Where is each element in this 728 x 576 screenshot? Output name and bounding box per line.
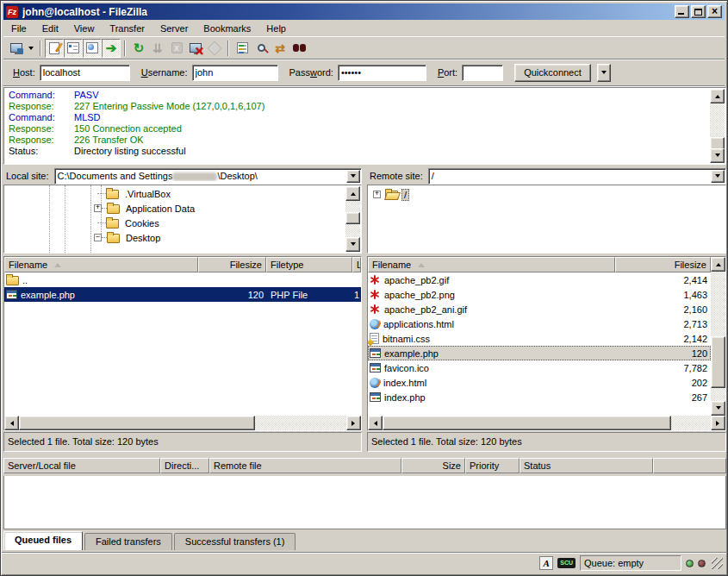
file-row[interactable]: apache_pb2.gif2,414 [368, 272, 711, 287]
tree-item-virtualbox[interactable]: .VirtualBox [97, 186, 173, 201]
synchronized-browsing-button[interactable]: ⇄ [271, 39, 289, 58]
remote-list-vscrollbar[interactable] [711, 257, 725, 416]
file-row-parent-dir[interactable]: .. [4, 272, 361, 287]
column-filetype[interactable]: Filetype [266, 257, 352, 272]
local-tree-scrollbar[interactable] [345, 186, 360, 252]
directory-comparison-button[interactable] [252, 39, 271, 58]
maximize-button[interactable] [691, 5, 706, 18]
file-row-example-php[interactable]: example.php120 [368, 346, 711, 360]
file-row[interactable]: apache_pb2_ani.gif2,160 [368, 302, 711, 316]
local-site-bar: Local site: C:\Documents and Settings\De… [3, 167, 362, 185]
reconnect-button[interactable] [205, 39, 224, 58]
file-row[interactable]: favicon.ico7,782 [368, 360, 711, 375]
file-row[interactable]: apache_pb2.png1,463 [368, 287, 711, 302]
find-files-button[interactable] [289, 39, 308, 58]
menu-view[interactable]: View [66, 21, 103, 36]
log-scrollbar[interactable] [710, 89, 725, 163]
close-button[interactable]: × [707, 5, 722, 18]
column-server-local-file[interactable]: Server/Local file [3, 458, 160, 473]
filter-icon [237, 42, 248, 53]
tree-item-label: Application Data [123, 203, 197, 215]
refresh-button[interactable]: ↻ [129, 39, 148, 58]
scroll-down-icon [351, 242, 356, 248]
menu-transfer[interactable]: Transfer [102, 21, 152, 36]
directory-filters-button[interactable] [233, 39, 252, 58]
tree-item-desktop[interactable]: − Desktop [94, 230, 163, 245]
expand-plus-icon[interactable]: + [373, 191, 381, 198]
file-row-example-php[interactable]: example.php 120 PHP File 1 [4, 287, 361, 302]
scrollbar-thumb[interactable] [711, 336, 725, 388]
collapse-minus-icon[interactable]: − [94, 234, 102, 241]
tree-item-cookies[interactable]: Cookies [97, 216, 162, 230]
tree-connector [97, 222, 106, 223]
file-row[interactable]: applications.html2,713 [368, 316, 711, 331]
menu-bookmarks[interactable]: Bookmarks [196, 21, 258, 36]
column-filename[interactable]: Filename [368, 257, 615, 272]
column-status[interactable]: Status [520, 458, 653, 473]
file-size: 2,160 [629, 304, 711, 315]
column-direction[interactable]: Directi... [160, 458, 209, 473]
file-row[interactable]: bitnami.css2,142 [368, 331, 711, 346]
toolbar-separator [227, 41, 229, 56]
port-input[interactable] [462, 65, 503, 81]
file-row[interactable]: index.php267 [368, 390, 711, 404]
scrollbar-thumb[interactable] [383, 416, 671, 430]
log-type: Response: [9, 123, 74, 135]
file-row[interactable]: index.html202 [368, 375, 711, 390]
local-list-hscrollbar[interactable] [4, 416, 361, 430]
toggle-local-tree-button[interactable] [64, 39, 83, 58]
ascii-datatype-icon[interactable]: A [539, 556, 553, 570]
tab-failed-transfers[interactable]: Failed transfers [84, 533, 172, 550]
remote-site-label: Remote site: [367, 171, 428, 181]
disconnect-button[interactable]: ✕ [186, 39, 205, 58]
local-site-dropdown[interactable] [346, 170, 360, 183]
column-filename[interactable]: Filename [4, 257, 198, 272]
password-input[interactable] [338, 65, 426, 81]
username-input[interactable] [192, 65, 278, 81]
tree-item-label: / [401, 189, 409, 201]
cancel-operation-button[interactable]: x [167, 39, 186, 58]
menu-edit[interactable]: Edit [34, 21, 66, 36]
local-status-line: Selected 1 file. Total size: 120 bytes [3, 432, 362, 452]
tab-queued-files[interactable]: Queued files [3, 531, 83, 550]
speed-limit-icon[interactable]: SCU [557, 558, 576, 568]
quickconnect-dropdown[interactable] [597, 64, 611, 82]
local-site-combo[interactable]: C:\Documents and Settings\Desktop\ [54, 168, 362, 185]
column-priority[interactable]: Priority [465, 458, 520, 473]
local-directory-tree: .VirtualBox + Application Data Cookies −… [3, 185, 362, 254]
tree-item-root[interactable]: + / [373, 187, 409, 202]
folder-icon [107, 234, 120, 243]
column-size[interactable]: Size [401, 458, 465, 473]
menu-file[interactable]: File [3, 21, 34, 36]
username-label: Username: [141, 67, 188, 78]
file-size: 267 [629, 392, 711, 403]
remote-site-dropdown[interactable] [711, 170, 725, 183]
scrollbar-thumb[interactable] [19, 416, 255, 430]
scroll-left-icon [371, 421, 377, 426]
scrollbar-thumb[interactable] [345, 212, 360, 224]
column-filesize[interactable]: Filesize [615, 257, 711, 272]
file-name: bitnami.css [383, 334, 629, 344]
remote-site-combo[interactable]: / [428, 168, 726, 185]
toggle-transfer-queue-button[interactable]: ➔ [102, 39, 121, 58]
process-queue-button[interactable]: ⇊ [148, 39, 167, 58]
tab-successful-transfers[interactable]: Successful transfers (1) [174, 533, 296, 550]
quickconnect-button[interactable]: Quickconnect [514, 64, 591, 82]
tree-item-application-data[interactable]: + Application Data [94, 201, 197, 216]
toggle-remote-tree-button[interactable] [83, 39, 102, 58]
menu-help[interactable]: Help [258, 21, 294, 36]
toggle-message-log-button[interactable] [45, 39, 64, 58]
column-last-modified[interactable]: L [352, 257, 361, 272]
file-size: 7,782 [629, 363, 711, 373]
site-manager-button[interactable] [7, 39, 26, 58]
column-filesize[interactable]: Filesize [198, 257, 266, 272]
host-input[interactable] [40, 65, 130, 81]
column-remote-file[interactable]: Remote file [209, 458, 401, 473]
minimize-button[interactable] [675, 5, 689, 18]
remote-list-hscrollbar[interactable] [368, 416, 725, 430]
expand-plus-icon[interactable]: + [94, 204, 102, 212]
resize-grip[interactable] [712, 558, 723, 569]
local-path: C:\Documents and Settings\Desktop\ [55, 171, 346, 181]
menu-server[interactable]: Server [152, 21, 196, 36]
site-manager-dropdown[interactable] [26, 39, 36, 58]
